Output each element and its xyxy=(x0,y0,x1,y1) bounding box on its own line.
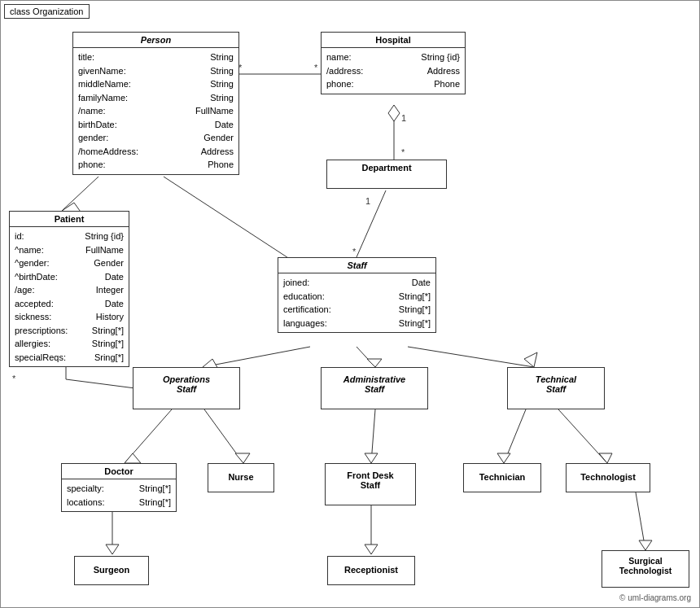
diagram: class Organization * * 1 * 1 * * xyxy=(0,0,700,608)
svg-text:*: * xyxy=(401,147,405,157)
department-box: Department xyxy=(326,160,447,189)
svg-text:*: * xyxy=(314,63,318,72)
surgical-technologist-header: SurgicalTechnologist xyxy=(602,551,689,578)
svg-line-7 xyxy=(357,190,386,257)
operations-staff-header: OperationsStaff xyxy=(133,368,239,396)
svg-marker-24 xyxy=(235,453,250,463)
surgical-technologist-box: SurgicalTechnologist xyxy=(602,550,689,588)
technician-header: Technician xyxy=(464,464,540,484)
technical-staff-header: TechnicalStaff xyxy=(508,368,604,396)
technologist-header: Technologist xyxy=(567,464,650,484)
svg-text:*: * xyxy=(352,247,357,256)
hospital-box: Hospital name:String {id} /address:Addre… xyxy=(321,32,466,94)
operations-staff-box: OperationsStaff xyxy=(133,367,240,409)
nurse-header: Nurse xyxy=(208,464,273,484)
svg-line-10 xyxy=(62,177,98,211)
svg-line-38 xyxy=(66,379,135,388)
receptionist-header: Receptionist xyxy=(328,557,414,577)
svg-line-27 xyxy=(504,409,526,463)
front-desk-staff-box: Front DeskStaff xyxy=(325,463,416,505)
svg-line-25 xyxy=(371,409,375,463)
svg-marker-32 xyxy=(106,545,119,554)
administrative-staff-box: AdministrativeStaff xyxy=(321,367,428,409)
doctor-body: specialty:String[*] locations:String[*] xyxy=(62,479,176,511)
technologist-box: Technologist xyxy=(566,463,650,492)
diagram-title: class Organization xyxy=(4,4,90,19)
technician-box: Technician xyxy=(463,463,541,492)
svg-line-15 xyxy=(203,347,310,367)
svg-marker-30 xyxy=(599,453,612,463)
patient-body: id:String {id} ^name:FullName ^gender:Ge… xyxy=(10,227,129,366)
patient-box: Patient id:String {id} ^name:FullName ^g… xyxy=(9,211,129,367)
doctor-box: Doctor specialty:String[*] locations:Str… xyxy=(61,463,177,512)
staff-header: Staff xyxy=(278,258,435,273)
nurse-box: Nurse xyxy=(208,463,274,492)
svg-line-23 xyxy=(204,409,243,463)
hospital-header: Hospital xyxy=(322,33,465,48)
svg-marker-34 xyxy=(365,545,378,554)
doctor-header: Doctor xyxy=(62,464,176,479)
person-body: title:String givenName:String middleName… xyxy=(73,48,238,174)
svg-line-29 xyxy=(558,409,607,463)
svg-text:*: * xyxy=(12,374,16,383)
person-header: Person xyxy=(73,33,238,48)
svg-marker-22 xyxy=(125,453,141,463)
copyright: © uml-diagrams.org xyxy=(619,593,691,602)
technical-staff-box: TechnicalStaff xyxy=(507,367,605,409)
administrative-staff-header: AdministrativeStaff xyxy=(322,368,427,396)
department-header: Department xyxy=(327,160,446,175)
person-box: Person title:String givenName:String mid… xyxy=(72,32,239,175)
svg-line-17 xyxy=(357,347,375,367)
svg-marker-26 xyxy=(365,453,378,463)
hospital-body: name:String {id} /address:Address phone:… xyxy=(322,48,465,94)
svg-line-19 xyxy=(408,347,534,367)
svg-marker-36 xyxy=(639,540,652,550)
svg-marker-4 xyxy=(388,105,400,121)
svg-marker-28 xyxy=(497,453,510,463)
svg-text:1: 1 xyxy=(365,196,370,206)
svg-line-35 xyxy=(636,492,645,550)
staff-body: joined:Date education:String[*] certific… xyxy=(278,273,435,332)
svg-line-21 xyxy=(125,409,172,463)
surgeon-box: Surgeon xyxy=(74,556,149,585)
staff-box: Staff joined:Date education:String[*] ce… xyxy=(278,257,436,333)
surgeon-header: Surgeon xyxy=(75,557,148,577)
svg-marker-20 xyxy=(524,352,537,367)
svg-text:1: 1 xyxy=(401,113,406,123)
patient-header: Patient xyxy=(10,212,129,227)
receptionist-box: Receptionist xyxy=(327,556,415,585)
svg-marker-18 xyxy=(367,359,382,367)
front-desk-staff-header: Front DeskStaff xyxy=(326,464,415,492)
